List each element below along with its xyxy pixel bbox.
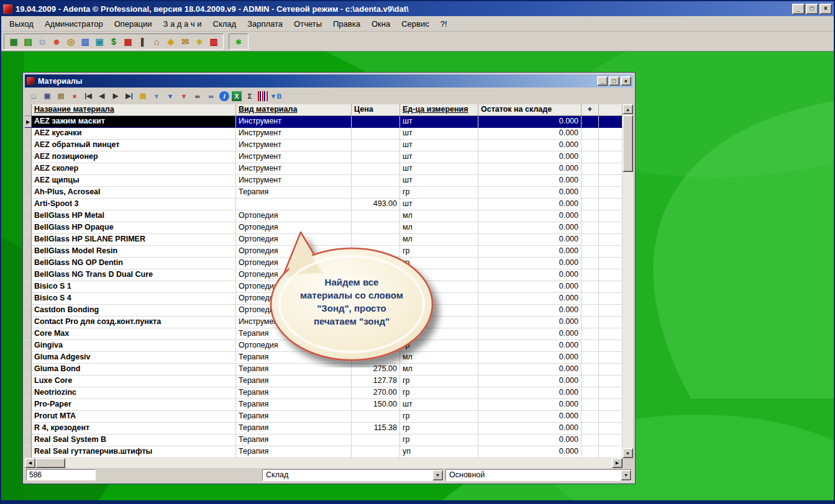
vertical-scrollbar[interactable] xyxy=(623,104,633,458)
first-record-icon[interactable]: |◀ xyxy=(83,91,94,102)
lab-icon[interactable]: ∗ xyxy=(193,35,206,48)
materials-minimize-button[interactable]: _ xyxy=(597,76,608,86)
menu-item[interactable]: Сервис xyxy=(396,17,435,30)
scroll-up-button[interactable] xyxy=(623,104,633,114)
column-header-price[interactable]: Цена xyxy=(352,104,400,116)
column-header-stock[interactable]: Остаток на складе xyxy=(478,104,582,116)
menu-item[interactable]: Склад xyxy=(208,17,242,30)
payments-icon[interactable]: $ xyxy=(107,35,120,48)
filter-edit-icon[interactable]: ▼ xyxy=(151,91,162,102)
desktop-icon[interactable]: ▦ xyxy=(7,35,20,48)
cell: шт xyxy=(400,175,478,187)
cell xyxy=(599,423,623,434)
menu-item[interactable]: Администратор xyxy=(39,17,109,30)
maximize-button[interactable]: □ xyxy=(806,4,818,14)
info-icon[interactable]: i xyxy=(219,91,229,101)
pricelist-dropdown-arrow-icon[interactable] xyxy=(621,470,631,480)
table-row[interactable]: Pro-PaperТерапия150.00шт0.000 xyxy=(25,399,633,411)
services-icon[interactable]: ▣ xyxy=(93,35,106,48)
cell xyxy=(582,423,599,434)
mail-icon[interactable]: ✉ xyxy=(179,35,191,48)
clinic-icon[interactable]: ⌂ xyxy=(150,35,163,48)
column-header-plus[interactable]: + xyxy=(582,104,599,116)
filter-b-icon[interactable]: ▼B xyxy=(270,91,281,102)
calendar-icon[interactable]: ▦ xyxy=(122,35,134,48)
menu-item[interactable]: Правка xyxy=(327,17,366,30)
last-record-icon[interactable]: ▶| xyxy=(124,91,135,102)
table-row[interactable]: AEZ щипцыИнструментшт0.000 xyxy=(25,175,633,187)
cell xyxy=(582,376,599,387)
copy-record-icon[interactable]: ▣ xyxy=(42,91,53,102)
table-row[interactable]: Arti-Spoot 3493.00шт0.000 xyxy=(25,199,633,210)
materials-titlebar[interactable]: Материалы _ □ × xyxy=(25,74,633,88)
menu-item[interactable]: ?! xyxy=(435,17,453,30)
next-record-icon[interactable]: ▶ xyxy=(110,91,121,102)
column-header-type[interactable]: Вид материала xyxy=(236,104,352,116)
prior-record-icon[interactable]: ◀ xyxy=(96,91,107,102)
coins-icon[interactable]: ◎ xyxy=(65,35,77,48)
cell xyxy=(582,281,599,293)
table-row[interactable]: Ah-Plus, AcrosealТерапиягр0.000 xyxy=(25,187,633,199)
table-row[interactable]: ▶AEZ зажим маскитИнструментшт0.000 xyxy=(25,116,633,128)
scroll-down-button[interactable] xyxy=(623,448,633,458)
menu-item[interactable]: Отчеты xyxy=(288,17,327,30)
barcode2-icon[interactable] xyxy=(258,91,268,101)
menu-item[interactable]: Окна xyxy=(366,17,396,30)
visits-icon[interactable]: ▥ xyxy=(79,35,91,48)
delete-record-icon[interactable]: × xyxy=(69,91,80,102)
pricelist-combobox[interactable]: Основной xyxy=(445,469,632,481)
table-row[interactable]: R 4, крезодентТерапия115.38гр0.000 xyxy=(25,423,633,434)
schedule-icon[interactable]: ▤ xyxy=(22,35,34,48)
vertical-scroll-thumb[interactable] xyxy=(623,115,633,172)
green-asterisk-icon[interactable]: ∗ xyxy=(232,35,245,48)
table-row[interactable]: AEZ кусачкиИнструментшт0.000 xyxy=(25,128,633,140)
horizontal-scrollbar[interactable] xyxy=(25,458,623,468)
scroll-left-button[interactable] xyxy=(25,458,35,468)
table-row[interactable]: AEZ позиционерИнструментшт0.000 xyxy=(25,151,633,163)
patients-icon[interactable]: ☺ xyxy=(36,35,48,48)
column-header-unit[interactable]: Ед-ца измерения xyxy=(400,104,478,116)
table-row[interactable]: BellGlass HP MetalОртопедиямл0.000 xyxy=(25,210,633,222)
scroll-right-button[interactable] xyxy=(612,458,623,468)
sum-icon[interactable]: Σ xyxy=(244,91,255,102)
cell xyxy=(582,269,599,281)
cell: 0.000 xyxy=(478,163,582,175)
table-row[interactable]: Real Seal гуттаперчив.штифтыТерапияуп0.0… xyxy=(25,446,633,458)
minimize-button[interactable]: _ xyxy=(792,4,805,14)
paste-record-icon[interactable]: ▤ xyxy=(55,91,66,102)
menu-item[interactable]: Выход xyxy=(4,17,39,30)
table-row[interactable]: Luxe CoreТерапия127.78гр0.000 xyxy=(25,376,633,387)
table-row[interactable]: Real Seal System BТерапиягр0.000 xyxy=(25,434,633,446)
filter-icon[interactable]: ▼ xyxy=(165,91,176,102)
cell xyxy=(599,269,623,281)
cell xyxy=(582,163,599,175)
excel-export-icon[interactable]: X xyxy=(232,91,242,101)
barcode-icon[interactable]: ∥ xyxy=(136,35,148,48)
search-next-icon[interactable]: ∞ xyxy=(206,91,217,102)
menu-item[interactable]: З а д а ч и xyxy=(158,17,208,30)
open-icon[interactable]: ▤ xyxy=(137,91,148,102)
column-header-name[interactable]: Название материала xyxy=(32,104,236,116)
menu-item[interactable]: Операции xyxy=(109,17,158,30)
table-row[interactable]: AEZ обратный пинцетИнструментшт0.000 xyxy=(25,140,633,151)
warehouse-dropdown-arrow-icon[interactable] xyxy=(432,470,443,480)
table-row[interactable]: AEZ сколерИнструментшт0.000 xyxy=(25,163,633,175)
main-titlebar[interactable]: 19.04.2009 - Adenta © Professional, верс… xyxy=(1,1,834,16)
materials-close-button[interactable]: × xyxy=(621,76,631,86)
filter-clear-icon[interactable]: ▼ xyxy=(178,91,189,102)
horizontal-scroll-track[interactable] xyxy=(65,458,612,468)
cell xyxy=(25,328,32,340)
table-row[interactable]: NeotriozincТерапия270.00гр0.000 xyxy=(25,387,633,399)
menu-item[interactable]: Зарплата xyxy=(242,17,288,30)
horizontal-scroll-thumb[interactable] xyxy=(35,458,65,468)
materials-icon[interactable]: ◆ xyxy=(165,35,177,48)
reports-icon[interactable]: ▥ xyxy=(208,35,220,48)
search-icon[interactable]: ∞ xyxy=(192,91,203,102)
warehouse-combobox[interactable]: Склад xyxy=(262,469,444,481)
materials-maximize-button[interactable]: □ xyxy=(609,76,619,86)
table-row[interactable]: Prorut MTAТерапиягр0.000 xyxy=(25,411,633,423)
staff-icon[interactable]: ☻ xyxy=(50,35,63,48)
close-button[interactable]: × xyxy=(819,4,832,14)
cell xyxy=(25,246,32,258)
insert-record-icon[interactable]: □ xyxy=(28,91,39,102)
